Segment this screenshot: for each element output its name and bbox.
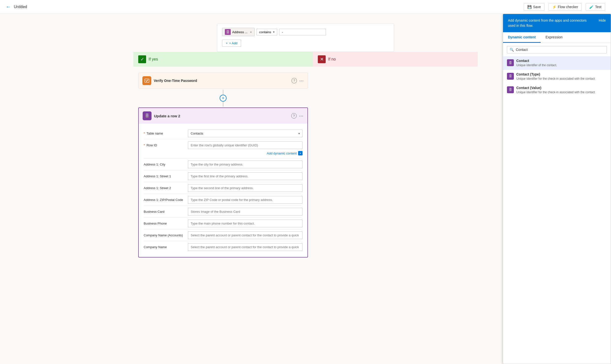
field-label-0: Address 1: City — [144, 161, 188, 166]
field-input-0[interactable] — [188, 161, 303, 168]
dc-item-content-2: Contact (Value) Unique identifier for th… — [516, 86, 607, 94]
connector: + — [218, 89, 228, 107]
row-id-input[interactable] — [188, 141, 303, 149]
no-x-icon: ✕ — [318, 55, 326, 63]
update-header-right: ? ··· — [291, 113, 304, 119]
row-id-col: Add dynamic content + — [188, 141, 303, 156]
dc-db-icon-2: 🗄 — [509, 88, 512, 91]
condition-block: 🗄 Address ... × contains ▾ + + Add — [217, 24, 394, 52]
test-button[interactable]: 🧪 Test — [586, 3, 605, 11]
field-label-2: Address 1: Street 2 — [144, 184, 188, 190]
branch-no-header: ✕ If no — [313, 52, 478, 67]
connector-line-top — [223, 90, 223, 95]
condition-row: 🗄 Address ... × contains ▾ — [222, 28, 389, 36]
panel-hide-button[interactable]: Hide — [599, 18, 606, 22]
add-step-button[interactable]: + — [220, 95, 227, 102]
branch-no: ✕ If no — [313, 52, 478, 258]
field-row-6: Company Name (Accounts) — [144, 229, 303, 241]
top-bar-left: ← Untitled — [6, 4, 27, 10]
dc-item-icon-2: 🗄 — [507, 86, 514, 93]
field-label-1: Address 1: Street 1 — [144, 172, 188, 178]
required-star: * — [144, 132, 145, 135]
top-bar: ← Untitled 💾 Save ⚡ Flow checker 🧪 Test — [0, 0, 611, 14]
test-icon: 🧪 — [589, 5, 594, 9]
condition-value-input[interactable] — [279, 29, 326, 35]
field-input-6[interactable] — [188, 231, 303, 239]
dc-item-title-0: Contact — [516, 59, 607, 63]
contains-select[interactable]: contains ▾ — [257, 29, 277, 35]
field-label-3: Address 1: ZIP/Postal Code — [144, 196, 188, 202]
table-name-value: Contacts — [191, 132, 203, 135]
dynamic-content-panel: Add dynamic content from the apps and co… — [503, 14, 611, 364]
panel-header: Add dynamic content from the apps and co… — [503, 14, 611, 32]
branch-yes-header: ✓ If yes — [133, 52, 313, 67]
svg-rect-0 — [145, 79, 149, 82]
search-input[interactable] — [516, 48, 604, 52]
verify-icon — [142, 76, 151, 85]
panel-tabs: Dynamic content Expression — [503, 32, 611, 43]
update-row-header: 🗄 Update a row 2 ? ··· — [139, 108, 307, 124]
add-condition-button[interactable]: + + Add — [222, 40, 241, 47]
yes-check-icon: ✓ — [138, 55, 146, 63]
branch-yes: ✓ If yes Ve — [133, 52, 313, 258]
field-input-1[interactable] — [188, 172, 303, 180]
address-db-icon: 🗄 — [226, 30, 229, 34]
field-row-0: Address 1: City — [144, 159, 303, 170]
panel-header-text: Add dynamic content from the apps and co… — [508, 18, 592, 28]
app-title: Untitled — [14, 5, 27, 9]
search-icon: 🔍 — [510, 48, 514, 52]
back-button[interactable]: ← — [6, 4, 11, 10]
top-bar-right: 💾 Save ⚡ Flow checker 🧪 Test — [524, 3, 605, 11]
add-label: + Add — [229, 41, 238, 45]
flow-connector: + — [133, 89, 313, 107]
dc-items-list: 🗄 Contact Unique identifier of the conta… — [503, 56, 611, 97]
chevron-down-icon: ▾ — [273, 30, 275, 34]
field-input-4[interactable] — [188, 208, 303, 215]
tab-dynamic-content[interactable]: Dynamic content — [503, 32, 541, 43]
flow-checker-button[interactable]: ⚡ Flow checker — [549, 3, 582, 11]
field-label-5: Business Phone — [144, 220, 188, 225]
dc-item-0[interactable]: 🗄 Contact Unique identifier of the conta… — [503, 56, 611, 70]
flow-checker-icon: ⚡ — [552, 5, 556, 9]
search-box: 🔍 — [507, 46, 607, 53]
update-help-icon[interactable]: ? — [291, 113, 297, 119]
table-name-select[interactable]: Contacts ▾ — [188, 130, 303, 137]
verify-more-icon[interactable]: ··· — [299, 78, 304, 83]
field-input-2[interactable] — [188, 184, 303, 192]
branch-yes-label: If yes — [149, 57, 158, 61]
field-label-7: Company Name — [144, 243, 188, 249]
x-icon: ✕ — [320, 57, 324, 62]
verify-help-icon[interactable]: ? — [291, 78, 297, 83]
update-db-icon: 🗄 — [143, 111, 152, 120]
address-tag-close[interactable]: × — [250, 30, 252, 34]
dc-item-1[interactable]: 🗄 Contact (Type) Unique identifier for t… — [503, 70, 611, 83]
save-button[interactable]: 💾 Save — [524, 3, 545, 11]
field-input-3[interactable] — [188, 196, 303, 204]
tab-expression[interactable]: Expression — [541, 32, 567, 43]
verify-header-right: ? ··· — [291, 78, 304, 83]
verify-title: Verify One-Time Password — [154, 79, 197, 83]
branches: ✓ If yes Ve — [133, 52, 478, 258]
row-id-row: * Row ID Add dynamic content + — [144, 139, 303, 159]
field-input-5[interactable] — [188, 220, 303, 227]
dc-item-title-1: Contact (Type) — [516, 72, 607, 76]
table-chevron-icon: ▾ — [298, 132, 300, 135]
field-input-7[interactable] — [188, 243, 303, 251]
test-label: Test — [595, 5, 601, 9]
flow-checker-label: Flow checker — [558, 5, 578, 9]
dc-db-icon-0: 🗄 — [509, 61, 512, 65]
field-label-6: Company Name (Accounts) — [144, 231, 188, 237]
address-tag-label: Address ... — [232, 30, 247, 34]
dynamic-badge-icon: + — [298, 151, 303, 155]
update-more-icon[interactable]: ··· — [299, 113, 304, 119]
dc-item-icon-0: 🗄 — [507, 59, 514, 66]
verify-header-left: Verify One-Time Password — [142, 76, 197, 85]
update-row-block: 🗄 Update a row 2 ? ··· — [138, 107, 308, 258]
dc-item-2[interactable]: 🗄 Contact (Value) Unique identifier for … — [503, 83, 611, 97]
dc-item-icon-1: 🗄 — [507, 73, 514, 80]
contains-label: contains — [259, 30, 271, 34]
verify-otp-block: Verify One-Time Password ? ··· — [138, 73, 308, 89]
dynamic-content-link[interactable]: Add dynamic content + — [188, 150, 303, 156]
verify-svg-icon — [144, 78, 150, 83]
dc-db-icon-1: 🗄 — [509, 74, 512, 78]
